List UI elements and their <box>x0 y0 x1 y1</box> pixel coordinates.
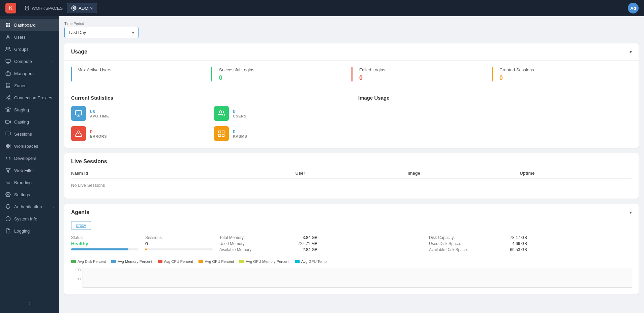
legend-avg-gpu-memory: Avg GPU Memory Percent <box>239 259 289 264</box>
svg-rect-24 <box>8 146 10 148</box>
sidebar-item-compute[interactable]: Compute ‹ <box>0 55 59 67</box>
usage-stat-successful-logins: Successful Logins 0 <box>211 67 351 81</box>
sidebar-item-sessions[interactable]: Sessions <box>0 128 59 140</box>
legend-label-disk: Avg Disk Percent <box>78 259 106 264</box>
kasms-icon <box>214 126 229 141</box>
chart-area <box>83 268 632 288</box>
sidebar-item-zones[interactable]: Zones <box>0 79 59 92</box>
sessions-progress-bar <box>145 248 147 250</box>
usage-card-header: Usage ▾ <box>64 43 639 61</box>
svg-point-12 <box>9 95 10 97</box>
legend-label-gpu-memory: Avg GPU Memory Percent <box>246 259 289 264</box>
sidebar-item-casting[interactable]: Casting <box>0 116 59 128</box>
agent-status-label: Status: <box>71 235 139 240</box>
sidebar-item-workspaces[interactable]: Workspaces <box>0 140 59 152</box>
live-table-header: Kasm Id User Image Uptime <box>71 168 632 179</box>
agents-card-header: Agents ▾ <box>64 204 639 221</box>
managers-icon <box>5 71 11 76</box>
svg-rect-41 <box>219 131 221 133</box>
legend-avg-gpu: Avg GPU Percent <box>198 259 234 264</box>
sidebar-item-branding[interactable]: Branding <box>0 176 59 188</box>
status-progress-bar <box>71 248 128 250</box>
agent-sessions-label: Sessions: <box>145 235 213 240</box>
svg-point-7 <box>6 47 8 49</box>
sidebar-item-web-filter[interactable]: Web Filter <box>0 164 59 176</box>
image-usage-title: Image Usage <box>358 95 632 101</box>
sidebar-item-dashboard[interactable]: Dashboard <box>0 19 59 31</box>
agents-collapse-chevron[interactable]: ▾ <box>630 210 632 215</box>
sessions-icon <box>5 131 11 137</box>
sidebar-item-settings[interactable]: Settings <box>0 188 59 201</box>
chart-y-axis: 100 90 <box>71 268 81 281</box>
stat-errors: 0 ERRORS <box>71 126 209 141</box>
sidebar-item-logging[interactable]: Logging <box>0 225 59 237</box>
sessions-progress-bar-container <box>145 248 213 250</box>
proxy-tab[interactable]: proxy <box>71 221 91 230</box>
used-disk-label: Used Disk Space: <box>429 241 461 246</box>
legend-dot-cpu <box>158 260 162 263</box>
casting-icon <box>5 119 11 125</box>
sidebar-collapse-button[interactable]: ‹ <box>0 296 59 310</box>
sidebar-item-staging[interactable]: Staging <box>0 104 59 116</box>
agents-card: Agents ▾ proxy Status: Healthy <box>64 204 639 294</box>
svg-rect-19 <box>6 132 10 135</box>
usage-stat-max-active-users: Max Active Users <box>71 67 211 81</box>
failed-logins-label: Failed Logins <box>359 67 485 72</box>
status-progress-bar-container <box>71 248 139 250</box>
sidebar-item-users[interactable]: Users <box>0 31 59 43</box>
available-memory-label: Available Memory: <box>219 247 252 252</box>
workspaces-button[interactable]: WORKSPACES <box>20 3 67 13</box>
compute-chevron: ‹ <box>53 60 54 63</box>
sidebar-item-developers[interactable]: Developers <box>0 152 59 164</box>
svg-rect-43 <box>222 134 224 136</box>
svg-rect-11 <box>6 72 10 75</box>
sidebar-item-managers[interactable]: Managers <box>0 67 59 79</box>
staging-icon <box>5 107 11 112</box>
authentication-chevron: ‹ <box>53 205 54 209</box>
groups-icon <box>5 46 11 52</box>
agent-status-value: Healthy <box>71 241 139 246</box>
time-period-select[interactable]: Last Hour Last Day Last Week Last Month <box>64 27 139 38</box>
user-avatar[interactable]: Ad <box>628 3 639 13</box>
errors-value: 0 <box>90 129 107 134</box>
image-usage-section: Image Usage <box>351 95 632 141</box>
topnav: K WORKSPACES ADMIN Ad <box>0 0 644 16</box>
legend-dot-gpu-memory <box>239 260 244 263</box>
legend-dot-gpu <box>198 260 203 263</box>
agent-info-row: Status: Healthy Sessions: 0 <box>71 235 632 253</box>
sidebar-item-authentication[interactable]: Authentication ‹ <box>0 201 59 213</box>
svg-point-14 <box>9 99 10 100</box>
admin-button[interactable]: ADMIN <box>67 3 97 13</box>
svg-rect-18 <box>6 120 9 123</box>
no-live-sessions-message: No Live Sessions <box>71 179 632 192</box>
agent-sessions-value: 0 <box>145 241 213 246</box>
kasms-value: 0 <box>233 129 247 134</box>
agent-memory-col: Total Memory: 3.84 GB Used Memory: 722.7… <box>219 235 422 253</box>
disk-capacity-value: 78.17 GB <box>510 235 527 240</box>
available-disk-value: 69.53 GB <box>510 247 527 252</box>
users-stat-icon <box>214 106 229 121</box>
sidebar-item-system-info[interactable]: System Info <box>0 213 59 225</box>
zones-icon <box>5 83 11 88</box>
gear-icon <box>71 5 76 11</box>
col-image: Image <box>407 171 520 176</box>
sidebar-item-groups[interactable]: Groups <box>0 43 59 55</box>
time-period-label: Time Period <box>64 22 639 26</box>
compute-icon <box>5 59 11 64</box>
legend-avg-gpu-temp: Avg GPU Temp <box>295 259 327 264</box>
y-label-90: 90 <box>77 277 81 281</box>
col-kasm-id: Kasm Id <box>71 171 296 176</box>
main-content: Time Period Last Hour Last Day Last Week… <box>59 16 644 313</box>
col-user: User <box>296 171 408 176</box>
total-memory-value: 3.84 GB <box>303 235 317 240</box>
usage-collapse-chevron[interactable]: ▾ <box>630 49 632 55</box>
svg-rect-4 <box>6 25 8 27</box>
available-memory-value: 2.84 GB <box>303 247 317 252</box>
sidebar-item-connection-proxies[interactable]: Connection Proxies <box>0 92 59 104</box>
errors-icon <box>71 126 86 141</box>
svg-rect-22 <box>6 144 8 146</box>
workspaces-icon <box>5 143 11 149</box>
svg-line-16 <box>7 96 9 97</box>
authentication-icon <box>5 204 11 209</box>
avg-time-label: AVG TIME <box>90 114 109 118</box>
